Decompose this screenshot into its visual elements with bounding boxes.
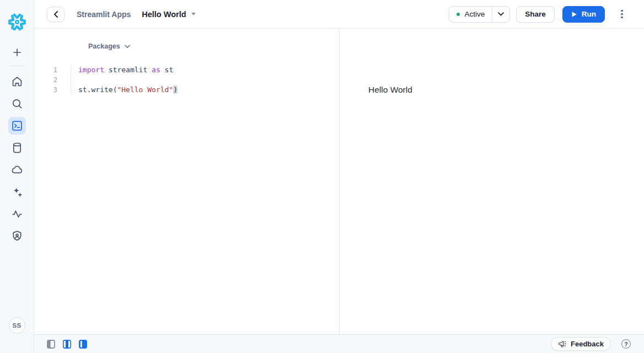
content-area: Packages 1import streamlit as st23st.wri… [34,29,644,334]
status-button[interactable]: Active [449,7,492,22]
sparkles-icon [10,185,24,199]
share-button[interactable]: Share [516,6,555,23]
snowflake-logo[interactable] [6,10,28,34]
code-lines[interactable]: 1import streamlit as st23st.write("Hello… [34,65,339,95]
status-split-button: Active [449,6,510,23]
app-window: SS Streamlit Apps Hello World Active [0,0,644,353]
shield-user-icon [10,229,24,243]
left-sidebar: SS [0,0,34,353]
chevron-down-icon [125,45,130,49]
megaphone-icon [558,340,567,348]
sidebar-item-data[interactable] [0,137,34,159]
bottom-right-actions: Feedback ? [551,337,631,351]
code-text[interactable] [71,75,339,85]
search-icon [10,97,24,110]
line-number: 2 [34,75,71,85]
sidebar-item-admin[interactable] [0,225,34,247]
caret-down-icon [191,13,196,15]
sidebar-item-cloud[interactable] [0,159,34,181]
preview-output-text: Hello World [368,85,644,95]
sidebar-item-ai[interactable] [0,181,34,203]
code-line[interactable]: 2 [34,75,339,85]
run-label: Run [582,10,596,18]
kebab-icon [621,10,622,12]
plus-icon [10,46,24,59]
sidebar-nav [0,71,34,247]
feedback-button[interactable]: Feedback [551,337,611,351]
chevron-left-icon [53,11,58,18]
feedback-label: Feedback [571,340,604,348]
new-button[interactable] [0,41,34,63]
terminal-icon [11,120,23,132]
bottom-bar: Feedback ? [34,334,644,353]
more-options-button[interactable] [614,7,630,22]
status-label: Active [464,10,485,18]
packages-label: Packages [88,42,120,50]
sidebar-item-projects[interactable] [0,115,34,137]
help-button[interactable]: ? [621,339,631,349]
code-line[interactable]: 1import streamlit as st [34,65,339,75]
question-mark-icon: ? [624,341,627,347]
user-avatar[interactable]: SS [9,317,25,334]
back-button[interactable] [47,7,65,22]
active-item-highlight [8,117,26,135]
page-title: Hello World [142,10,186,19]
code-text[interactable]: import streamlit as st [71,65,339,75]
database-icon [10,141,24,154]
status-dot-icon [457,13,460,16]
sidebar-item-activity[interactable] [0,203,34,225]
sidebar-item-search[interactable] [0,93,34,115]
layout-editor-only-button[interactable] [47,340,55,349]
app-preview-panel: Hello World [340,29,644,334]
home-icon [10,75,24,88]
sidebar-divider [10,66,24,66]
breadcrumb[interactable]: Streamlit Apps [77,10,131,19]
chevron-down-icon [498,12,504,16]
play-icon [571,11,577,18]
app-title-menu[interactable]: Hello World [142,10,195,19]
layout-split-view-button[interactable] [63,340,71,349]
line-number: 1 [34,65,71,75]
code-line[interactable]: 3st.write("Hello World") [34,85,339,95]
line-number: 3 [34,85,71,95]
run-button[interactable]: Run [562,6,605,23]
status-dropdown-button[interactable] [492,7,509,22]
main-column: Streamlit Apps Hello World Active [34,0,644,353]
code-text[interactable]: st.write("Hello World") [71,85,339,95]
code-editor-panel: Packages 1import streamlit as st23st.wri… [34,29,340,334]
sidebar-item-home[interactable] [0,71,34,93]
cloud-icon [10,163,24,176]
layout-toggles [47,340,87,349]
packages-dropdown[interactable]: Packages [88,42,339,51]
topbar-actions: Active Share Run [449,6,630,23]
activity-icon [10,207,24,221]
top-bar: Streamlit Apps Hello World Active [34,0,644,29]
layout-preview-only-button[interactable] [79,340,87,349]
snowflake-icon [6,11,28,33]
